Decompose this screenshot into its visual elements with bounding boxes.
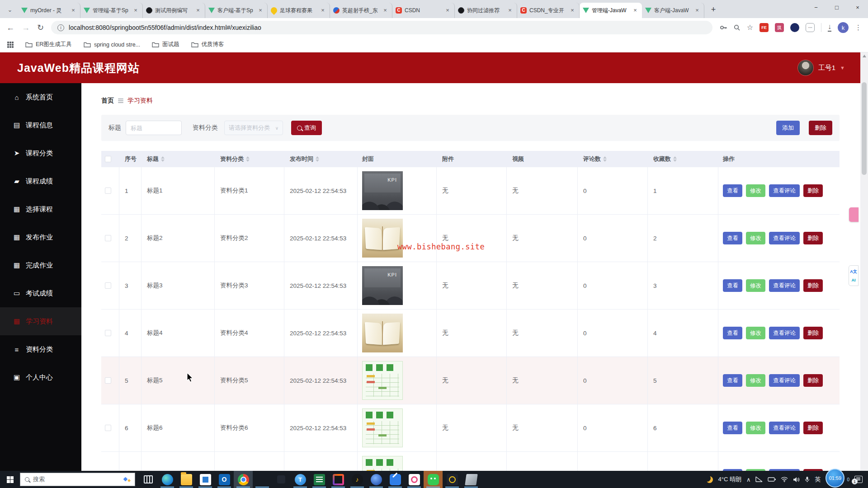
row-delete-button[interactable]: 删除 xyxy=(803,232,823,244)
tab-close-icon[interactable]: × xyxy=(569,7,576,14)
search-button[interactable]: 查询 xyxy=(291,121,322,135)
row-checkbox[interactable] xyxy=(105,235,111,241)
sidebar-item[interactable]: ≡ 资料分类 xyxy=(0,335,81,363)
taskbar-app-icon[interactable] xyxy=(367,471,386,488)
table-header-cell[interactable]: 操作 xyxy=(718,151,840,167)
reload-icon[interactable]: ↻ xyxy=(37,23,44,32)
browser-tab[interactable]: 测试用例编写 × xyxy=(143,3,205,18)
display-icon[interactable] xyxy=(755,476,763,483)
view-comments-button[interactable]: 查看评论 xyxy=(769,327,800,339)
view-button[interactable]: 查看 xyxy=(723,327,742,339)
table-header-cell[interactable]: 标题 xyxy=(142,151,215,167)
view-button[interactable]: 查看 xyxy=(723,279,742,292)
new-tab-button[interactable]: + xyxy=(707,3,720,16)
sort-icon[interactable] xyxy=(246,156,250,162)
taskbar-app-icon[interactable] xyxy=(177,471,196,488)
tab-close-icon[interactable]: × xyxy=(632,7,639,14)
ai-float-icon[interactable]: AI xyxy=(852,278,856,282)
taskbar-app-icon[interactable] xyxy=(329,471,348,488)
user-avatar[interactable] xyxy=(797,60,814,76)
address-bar[interactable]: i localhost:8080/springboot5n55f06f/admi… xyxy=(51,21,712,34)
taskbar-app-icon[interactable] xyxy=(196,471,215,488)
taskbar-app-icon[interactable] xyxy=(139,471,158,488)
row-checkbox[interactable] xyxy=(105,330,111,336)
row-delete-button[interactable]: 删除 xyxy=(803,279,823,292)
table-header-cell[interactable]: 序号 xyxy=(119,151,142,167)
edit-button[interactable]: 修改 xyxy=(746,327,765,339)
table-header-cell[interactable]: 封面 xyxy=(358,151,437,167)
notification-center-icon[interactable]: 1 xyxy=(854,476,863,483)
bookmark-star-icon[interactable]: ☆ xyxy=(747,24,753,31)
user-menu[interactable]: 工号1 ▼ xyxy=(797,60,845,76)
browser-profile-avatar[interactable]: k xyxy=(838,22,849,33)
taskbar-app-icon[interactable] xyxy=(291,471,310,488)
tab-close-icon[interactable]: × xyxy=(194,7,202,14)
view-comments-button[interactable]: 查看评论 xyxy=(769,279,800,292)
edit-button[interactable]: 修改 xyxy=(746,422,765,434)
microphone-icon[interactable] xyxy=(805,476,810,483)
view-button[interactable]: 查看 xyxy=(723,184,742,197)
browser-tab[interactable]: 客户端-JavaW × xyxy=(642,3,704,18)
browser-menu-icon[interactable]: ⋮ xyxy=(855,23,862,32)
breadcrumb-home[interactable]: 首页 xyxy=(101,97,114,105)
taskbar-app-icon[interactable] xyxy=(424,471,443,488)
tab-close-icon[interactable]: × xyxy=(382,7,389,14)
zoom-icon[interactable] xyxy=(733,24,741,31)
row-checkbox[interactable] xyxy=(105,377,111,384)
view-comments-button[interactable]: 查看评论 xyxy=(769,232,800,244)
tab-close-icon[interactable]: × xyxy=(319,7,326,14)
view-comments-button[interactable]: 查看评论 xyxy=(769,374,800,387)
taskbar-app-icon[interactable] xyxy=(462,471,481,488)
bookmark-folder[interactable]: spring cloud stre... xyxy=(84,42,140,48)
sidebar-item[interactable]: ⌂ 系统首页 xyxy=(0,83,81,111)
wifi-icon[interactable] xyxy=(781,477,788,482)
row-checkbox[interactable] xyxy=(105,282,111,289)
sidebar-item[interactable]: ▤ 课程信息 xyxy=(0,111,81,139)
edit-button[interactable]: 修改 xyxy=(746,279,765,292)
table-header-cell[interactable]: 发布时间 xyxy=(284,151,358,167)
scrollbar-up-icon[interactable] xyxy=(863,55,866,57)
extension-translate-icon[interactable]: 汉 xyxy=(775,23,784,32)
tab-search-icon[interactable]: ⌄ xyxy=(4,3,16,16)
taskbar-app-icon[interactable] xyxy=(443,471,462,488)
browser-tab[interactable]: 客户端-基于Sp × xyxy=(205,3,268,18)
moon-weather-icon[interactable] xyxy=(706,476,713,483)
row-delete-button[interactable]: 删除 xyxy=(803,422,823,434)
row-checkbox[interactable] xyxy=(105,188,111,194)
taskbar-app-icon[interactable] xyxy=(215,471,234,488)
taskbar-app-icon[interactable] xyxy=(348,471,367,488)
taskbar-app-icon[interactable] xyxy=(253,471,272,488)
row-delete-button[interactable]: 删除 xyxy=(803,374,823,387)
taskbar-app-icon[interactable] xyxy=(405,471,424,488)
bookmark-folder[interactable]: 优质博客 xyxy=(191,41,224,48)
extensions-puzzle-icon[interactable]: ⋯ xyxy=(806,23,815,32)
row-checkbox[interactable] xyxy=(105,425,111,431)
title-filter-input[interactable] xyxy=(126,121,182,135)
edit-button[interactable]: 修改 xyxy=(746,184,765,197)
sidebar-item[interactable]: ▦ 完成作业 xyxy=(0,251,81,279)
table-header-cell[interactable] xyxy=(101,151,119,167)
input-language-indicator[interactable]: 英 xyxy=(815,475,821,483)
site-info-icon[interactable]: i xyxy=(57,24,64,31)
forward-icon[interactable]: → xyxy=(22,23,30,32)
sidebar-item[interactable]: ▦ 发布作业 xyxy=(0,223,81,251)
view-button[interactable]: 查看 xyxy=(723,232,742,244)
sort-icon[interactable] xyxy=(603,156,607,162)
add-button[interactable]: 添加 xyxy=(776,121,800,135)
tab-close-icon[interactable]: × xyxy=(70,7,77,14)
maximize-button[interactable]: □ xyxy=(826,0,847,14)
browser-tab[interactable]: CSDN × xyxy=(392,3,455,18)
delete-button[interactable]: 删除 xyxy=(809,121,832,135)
table-header-cell[interactable]: 附件 xyxy=(437,151,507,167)
tab-close-icon[interactable]: × xyxy=(132,7,139,14)
tab-close-icon[interactable]: × xyxy=(506,7,514,14)
sort-icon[interactable] xyxy=(673,156,677,162)
browser-tab[interactable]: myOrder - 灵 × xyxy=(18,3,80,18)
tab-close-icon[interactable]: × xyxy=(444,7,451,14)
edit-button[interactable]: 修改 xyxy=(746,374,765,387)
table-header-cell[interactable]: 资料分类 xyxy=(215,151,284,167)
extension-fe-icon[interactable]: FE xyxy=(760,23,769,32)
minimize-button[interactable]: − xyxy=(806,0,826,14)
password-key-icon[interactable] xyxy=(720,24,727,31)
view-comments-button[interactable]: 查看评论 xyxy=(769,422,800,434)
